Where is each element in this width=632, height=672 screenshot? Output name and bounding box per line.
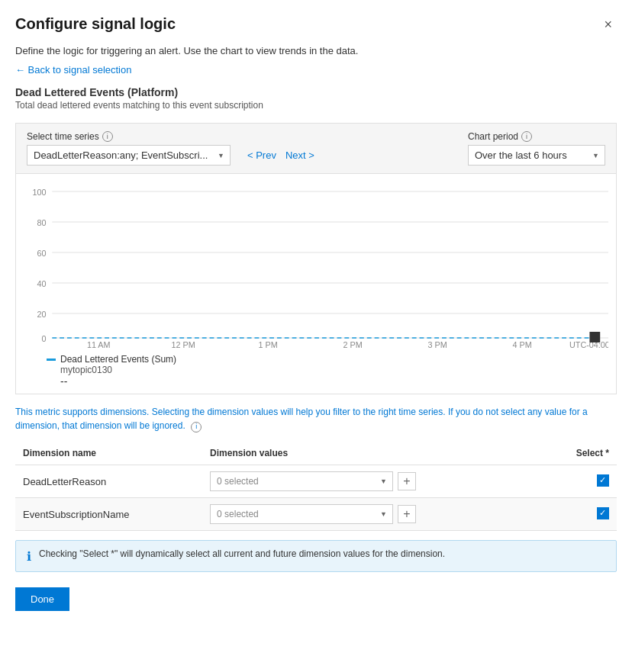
chart-controls-bar: Select time series i DeadLetterReason:an… (15, 123, 617, 174)
dimension-values-1: 0 selected + (202, 498, 543, 531)
dim-dropdown-wrapper-0: 0 selected (210, 471, 393, 491)
legend-sub-label: mytopic0130 (47, 365, 608, 375)
time-series-label: Select time series i (27, 131, 231, 142)
svg-text:80: 80 (37, 218, 46, 227)
dimension-values-0: 0 selected + (202, 465, 543, 498)
col-select: Select * (543, 442, 617, 465)
chart-period-dropdown-wrapper: Over the last 6 hours (468, 145, 605, 166)
dimensions-table: Dimension name Dimension values Select *… (15, 442, 617, 531)
dim-dropdown-wrapper-1: 0 selected (210, 504, 393, 524)
chart-period-control: Chart period i Over the last 6 hours (468, 131, 605, 166)
svg-text:4 PM: 4 PM (512, 340, 531, 349)
dialog-header: Configure signal logic × (15, 15, 617, 34)
svg-text:60: 60 (37, 249, 46, 258)
legend-dash: -- (47, 375, 608, 387)
info-box-text: Checking "Select *" will dynamically sel… (39, 548, 445, 559)
col-dimension-name: Dimension name (15, 442, 202, 465)
time-series-control: Select time series i DeadLetterReason:an… (27, 131, 231, 166)
time-series-info-icon[interactable]: i (102, 131, 113, 142)
dim-dropdown-0[interactable]: 0 selected (210, 471, 393, 491)
signal-name: Dead Lettered Events (Platform) (15, 86, 617, 98)
dimensions-info-highlight: This metric supports dimensions. Selecti… (15, 407, 588, 431)
chart-legend: Dead Lettered Events (Sum) mytopic0130 -… (24, 349, 608, 394)
info-box: ℹ Checking "Select *" will dynamically s… (15, 540, 617, 572)
close-button[interactable]: × (599, 15, 617, 34)
dim-add-button-1[interactable]: + (398, 505, 416, 523)
dim-select-0: 0 selected + (210, 471, 535, 491)
dimension-row-0: DeadLetterReason 0 selected + (15, 465, 617, 498)
dim-select-all-checkbox-0[interactable] (597, 474, 609, 487)
done-button[interactable]: Done (15, 587, 69, 611)
legend-color-bar (47, 359, 56, 361)
prev-button[interactable]: < Prev (243, 146, 281, 164)
svg-text:20: 20 (37, 310, 46, 319)
dim-select-1: 0 selected + (210, 504, 535, 524)
right-controls: Chart period i Over the last 6 hours (468, 131, 605, 166)
configure-signal-dialog: Configure signal logic × Define the logi… (0, 0, 632, 672)
dim-dropdown-1[interactable]: 0 selected (210, 504, 393, 524)
dimension-row-1: EventSubscriptionName 0 selected + (15, 498, 617, 531)
chart-svg: 100 80 60 40 20 0 11 AM 12 PM 1 PM (24, 182, 608, 349)
svg-text:2 PM: 2 PM (343, 340, 363, 349)
chart-area: 100 80 60 40 20 0 11 AM 12 PM 1 PM (15, 174, 617, 394)
svg-text:40: 40 (37, 279, 46, 288)
dialog-description: Define the logic for triggering an alert… (15, 45, 617, 56)
svg-text:100: 100 (32, 188, 46, 197)
signal-description: Total dead lettered events matching to t… (15, 100, 617, 111)
dimension-name-0: DeadLetterReason (15, 465, 202, 498)
svg-text:0: 0 (41, 334, 46, 343)
info-box-icon: ℹ (27, 549, 31, 564)
legend-series-label: Dead Lettered Events (Sum) (60, 354, 176, 365)
svg-text:12 PM: 12 PM (172, 340, 195, 349)
svg-text:1 PM: 1 PM (259, 340, 278, 349)
chart-controls-row: Select time series i DeadLetterReason:an… (27, 131, 605, 166)
time-series-dropdown-wrapper: DeadLetterReason:any; EventSubscri... (27, 145, 231, 166)
back-to-signal-selection-link[interactable]: ← Back to signal selection (15, 64, 131, 76)
next-button[interactable]: Next > (281, 146, 319, 164)
svg-text:UTC-04:00: UTC-04:00 (569, 340, 608, 349)
dimension-name-1: EventSubscriptionName (15, 498, 202, 531)
svg-text:11 AM: 11 AM (87, 340, 111, 349)
nav-buttons: < Prev Next > (243, 146, 319, 166)
dim-select-all-checkbox-1[interactable] (597, 507, 609, 519)
dim-add-button-0[interactable]: + (398, 472, 416, 490)
dim-check-cell-1 (543, 498, 617, 531)
time-series-dropdown[interactable]: DeadLetterReason:any; EventSubscri... (27, 145, 231, 166)
left-controls: Select time series i DeadLetterReason:an… (27, 131, 319, 166)
chart-period-label: Chart period i (468, 131, 605, 142)
legend-item: Dead Lettered Events (Sum) (47, 354, 608, 365)
dimensions-info-text: This metric supports dimensions. Selecti… (15, 405, 617, 432)
svg-text:3 PM: 3 PM (427, 340, 447, 349)
chart-period-info-icon[interactable]: i (521, 131, 532, 142)
dimensions-info-icon[interactable]: i (191, 422, 202, 432)
col-dimension-values: Dimension values (202, 442, 543, 465)
svg-rect-20 (589, 332, 600, 342)
dim-check-cell-0 (543, 465, 617, 498)
chart-period-dropdown[interactable]: Over the last 6 hours (468, 145, 605, 166)
dialog-title: Configure signal logic (15, 15, 176, 33)
